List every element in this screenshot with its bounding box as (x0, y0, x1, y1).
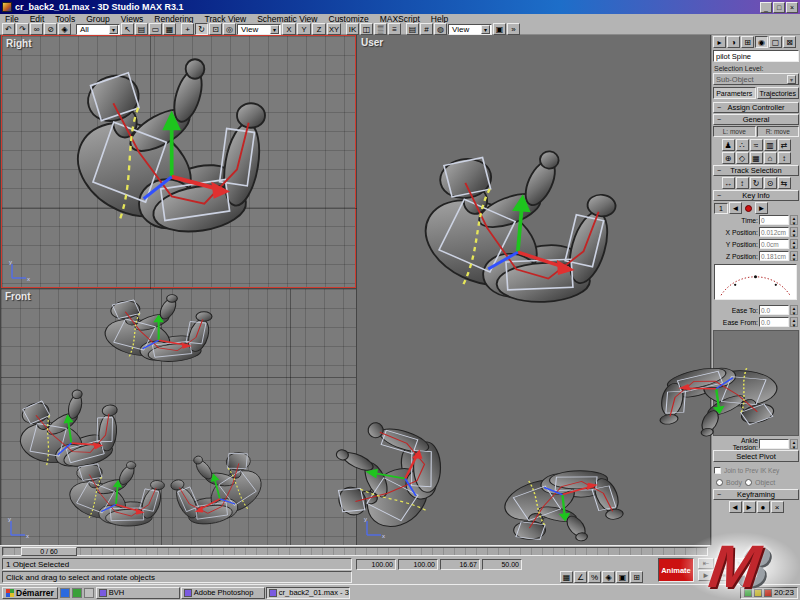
quick-launch-icon[interactable] (72, 588, 82, 598)
degradation-override-icon[interactable]: ▣ (616, 571, 629, 583)
reference-coordinate-combo[interactable]: View▾ (237, 24, 281, 35)
minimize-button[interactable]: _ (760, 2, 772, 13)
schematic-view-icon[interactable]: # (420, 23, 433, 35)
object-name-field[interactable]: pilot Spine (713, 50, 799, 62)
body-radio[interactable] (716, 479, 723, 486)
quick-render-icon[interactable]: » (507, 23, 520, 35)
axis-z-button[interactable]: Z (312, 23, 326, 35)
z-position-field[interactable]: 0.181cm (759, 251, 789, 261)
ik-toggle-icon[interactable]: IK (346, 23, 359, 35)
spinner[interactable]: ▲▼ (790, 305, 798, 315)
next-frame-icon[interactable]: ► (698, 570, 714, 581)
quick-launch-icon[interactable] (84, 588, 94, 598)
close-button[interactable]: × (786, 2, 798, 13)
percent-snap-icon[interactable]: % (588, 571, 601, 583)
join-prev-checkbox[interactable] (714, 467, 721, 474)
utilities-tab-icon[interactable]: ⊠ (783, 36, 796, 48)
chevron-down-icon[interactable]: ▾ (481, 25, 490, 34)
character-figure-right-main[interactable] (55, 42, 335, 287)
set-key-icon[interactable]: ● (757, 501, 770, 513)
select-by-name-icon[interactable]: ▤ (135, 23, 148, 35)
in-place-mode-icon[interactable]: ▦ (750, 152, 763, 164)
select-and-link-icon[interactable]: ∞ (30, 23, 43, 35)
window-crossing-icon[interactable]: ▦ (163, 23, 176, 35)
select-and-scale-icon[interactable]: ⊡ (209, 23, 222, 35)
delete-key-icon[interactable]: × (771, 501, 784, 513)
previous-key-button[interactable]: ◄ (729, 202, 742, 214)
task-button-bvh[interactable]: BVH (96, 587, 180, 599)
scale-stride-icon[interactable]: ◇ (736, 152, 749, 164)
material-editor-icon[interactable]: ◍ (434, 23, 447, 35)
y-position-field[interactable]: 0.0cm (759, 239, 789, 249)
tray-icon[interactable] (764, 589, 772, 597)
start-button[interactable]: Démarrer (2, 587, 58, 599)
axis-x-button[interactable]: X (282, 23, 296, 35)
viewport-right-label[interactable]: Right (6, 38, 32, 49)
time-slider-track[interactable]: 0 / 60 (2, 547, 708, 556)
chevron-down-icon[interactable]: ▾ (109, 25, 118, 34)
menu-item[interactable]: Group (81, 14, 115, 24)
buffer-mode-icon[interactable]: ▥ (764, 139, 777, 151)
time-slider-button[interactable]: 0 / 60 (21, 547, 77, 556)
modify-tab-icon[interactable]: ◑ (727, 36, 740, 48)
ankle-tension-field[interactable] (759, 439, 789, 449)
angle-snap-icon[interactable]: ∠ (574, 571, 587, 583)
right-controller-field[interactable]: R: move (757, 126, 800, 137)
viewport-user-label[interactable]: User (361, 37, 383, 48)
object-radio[interactable] (745, 479, 752, 486)
quick-launch-icon[interactable] (60, 588, 70, 598)
spinner[interactable]: ▲▼ (790, 239, 798, 249)
body-vertical-icon[interactable]: ↕ (736, 177, 749, 189)
convert-icon[interactable]: ⇄ (778, 139, 791, 151)
time-slider[interactable]: 0 / 60 (0, 545, 710, 557)
crossing-toggle-icon[interactable]: ⊞ (630, 571, 643, 583)
chevron-down-icon[interactable]: ▾ (270, 25, 279, 34)
body-horizontal-icon[interactable]: ↔ (722, 177, 735, 189)
task-button-max[interactable]: cr_back2_01.max - 3D... (266, 587, 350, 599)
axis-y-button[interactable]: Y (297, 23, 311, 35)
play-icon[interactable]: ► (732, 558, 748, 569)
spinner[interactable]: ▲▼ (790, 317, 798, 327)
time-field[interactable]: 0 (759, 215, 789, 225)
display-tab-icon[interactable]: ▢ (769, 36, 782, 48)
array-icon[interactable]: ▒ (374, 23, 387, 35)
undo-icon[interactable]: ↶ (2, 23, 15, 35)
animate-button[interactable]: Animate (658, 558, 694, 582)
lock-com-icon[interactable]: ⊙ (764, 177, 777, 189)
keyframing-rollout[interactable]: Keyframing (713, 489, 799, 500)
spinner-snap-icon[interactable]: ◈ (602, 571, 615, 583)
hierarchy-tab-icon[interactable]: ⊞ (741, 36, 754, 48)
go-to-start-icon[interactable]: ⇤ (698, 558, 714, 569)
load-file-icon[interactable]: ⌂ (764, 152, 777, 164)
pivot-point-icon[interactable]: ◎ (223, 23, 236, 35)
save-file-icon[interactable]: ↕ (778, 152, 791, 164)
track-selection-rollout[interactable]: Track Selection (713, 165, 799, 176)
spinner[interactable]: ▲▼ (790, 215, 798, 225)
trajectories-tab[interactable]: Trajectories (757, 87, 800, 99)
motion-tab-icon[interactable]: ◉ (755, 36, 768, 48)
sub-object-button[interactable]: Sub-Object▾ (713, 73, 799, 85)
selection-filter-combo[interactable]: All▾ (76, 24, 120, 35)
mirror-icon[interactable]: ◫ (360, 23, 373, 35)
figure-mode-icon[interactable]: ♟ (722, 139, 735, 151)
ease-from-field[interactable]: 0.0 (759, 317, 789, 327)
axis-xy-button[interactable]: XY (327, 23, 341, 35)
previous-frame-icon[interactable]: ◄ (715, 558, 731, 569)
tray-icon[interactable] (754, 589, 762, 597)
tray-icon[interactable] (744, 589, 752, 597)
viewport-front-label[interactable]: Front (5, 291, 31, 302)
snap-toggle-icon[interactable]: ▦ (560, 571, 573, 583)
body-rotation-icon[interactable]: ↻ (750, 177, 763, 189)
track-view-icon[interactable]: ▤ (406, 23, 419, 35)
spinner[interactable]: ▲▼ (790, 251, 798, 261)
symmetrical-tracks-icon[interactable]: ⇆ (778, 177, 791, 189)
unlink-icon[interactable]: ⊘ (44, 23, 57, 35)
align-icon[interactable]: ≡ (388, 23, 401, 35)
character-figure-user-main[interactable] (393, 124, 691, 363)
select-and-move-icon[interactable]: + (181, 23, 194, 35)
render-scene-icon[interactable]: ▣ (493, 23, 506, 35)
render-type-combo[interactable]: View▾ (448, 24, 492, 35)
next-key-icon[interactable]: ► (743, 501, 756, 513)
select-pivot-button[interactable]: Select Pivot (713, 450, 799, 462)
redo-icon[interactable]: ↷ (16, 23, 29, 35)
